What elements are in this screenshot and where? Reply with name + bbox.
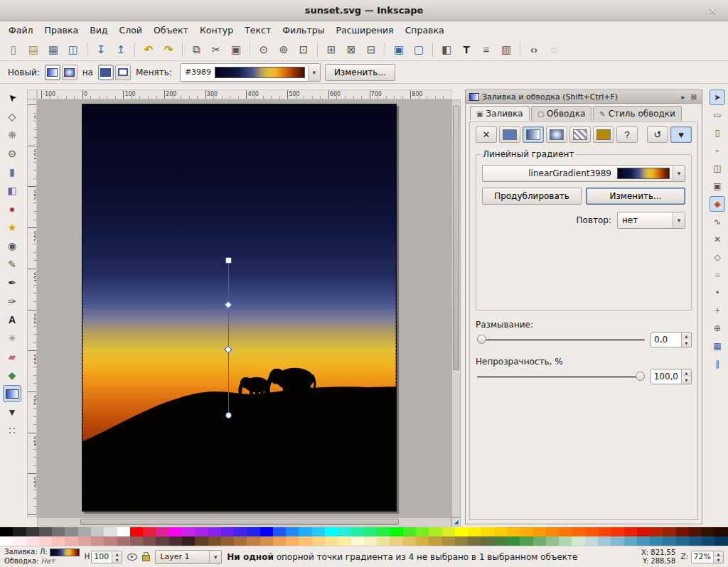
palette-swatch[interactable] — [117, 527, 130, 536]
zoom-selection-button[interactable]: ⊙ — [255, 40, 273, 59]
group-button[interactable]: ▣ — [390, 40, 408, 59]
zoom-page-button[interactable]: ⊡ — [294, 40, 313, 59]
tool-spray-button[interactable]: ✳ — [3, 330, 21, 347]
palette-swatch[interactable] — [650, 536, 663, 546]
new-document-button[interactable]: ▯ — [4, 40, 23, 59]
page-sunset-drawing[interactable] — [82, 104, 397, 512]
align-dialog-button[interactable]: ≡ — [477, 40, 496, 59]
copy-button[interactable]: ⧉ — [187, 40, 205, 59]
palette-swatch[interactable] — [546, 527, 559, 536]
layer-combo[interactable]: Layer 1 ▾ — [155, 550, 222, 564]
paint-unknown-button[interactable]: ? — [616, 126, 638, 143]
palette-swatch[interactable] — [494, 527, 507, 536]
gradient-combo[interactable]: linearGradient3989 ▾ — [482, 165, 685, 182]
snap-paths-button[interactable]: ∿ — [710, 214, 725, 230]
spin-up-icon[interactable]: ▲ — [714, 551, 723, 557]
duplicate-gradient-button[interactable]: Продублировать — [482, 188, 582, 205]
palette-swatch[interactable] — [364, 527, 377, 536]
palette-swatch[interactable] — [156, 527, 168, 536]
palette-swatch[interactable] — [714, 536, 727, 546]
palette-swatch[interactable] — [39, 536, 52, 546]
snap-bbox-edges-button[interactable]: ▯ — [710, 125, 725, 141]
blur-slider[interactable] — [476, 333, 646, 347]
spin-up-icon[interactable]: ▲ — [682, 333, 691, 340]
palette-swatch[interactable] — [689, 536, 702, 546]
palette-swatch[interactable] — [559, 536, 572, 546]
palette-swatch[interactable] — [312, 527, 325, 536]
palette-swatch[interactable] — [714, 527, 727, 536]
duplicate-button[interactable]: ⊞ — [322, 40, 341, 59]
unlink-clone-button[interactable]: ⊟ — [362, 40, 380, 59]
palette-swatch[interactable] — [624, 527, 637, 536]
import-button[interactable]: ↧ — [92, 40, 110, 59]
blur-spinbox[interactable]: 0,0 ▲ ▼ — [651, 332, 692, 347]
tool-pencil-button[interactable]: ✎ — [3, 256, 21, 273]
palette-swatch[interactable] — [689, 527, 702, 536]
menu-extensions[interactable]: Расширения — [331, 22, 400, 38]
fill-rule-nonzero-button[interactable]: ♥ — [670, 126, 692, 143]
palette-swatch[interactable] — [91, 527, 104, 536]
tab-stroke[interactable]: ▢Обводка — [531, 106, 592, 121]
palette-swatch[interactable] — [299, 527, 311, 536]
zoom-spinbox[interactable]: 72% ▲ ▼ — [691, 551, 724, 563]
palette-swatch[interactable] — [377, 527, 390, 536]
palette-swatch[interactable] — [156, 536, 168, 546]
palette-swatch[interactable] — [403, 527, 416, 536]
palette-swatch[interactable] — [598, 527, 611, 536]
palette-swatch[interactable] — [637, 536, 650, 546]
horizontal-ruler[interactable]: -1000100200300400500600700800 — [37, 90, 451, 99]
cut-button[interactable]: ✂ — [207, 40, 225, 59]
palette-swatch[interactable] — [520, 536, 532, 546]
create-clone-button[interactable]: ⊠ — [342, 40, 360, 59]
paint-flat-button[interactable] — [499, 126, 520, 143]
palette-swatch[interactable] — [78, 536, 91, 546]
tool-dropper-button[interactable]: ▼ — [3, 404, 21, 421]
palette-swatch[interactable] — [208, 536, 221, 546]
gradient-select-combo[interactable]: #3989 ▾ — [180, 63, 321, 82]
palette-swatch[interactable] — [663, 527, 675, 536]
palette-swatch[interactable] — [208, 527, 221, 536]
layer-lock-icon[interactable] — [142, 555, 150, 561]
sticky-zoom-button[interactable]: ◢ — [451, 517, 461, 526]
paste-button[interactable]: ▣ — [227, 40, 245, 59]
spin-down-icon[interactable]: ▼ — [682, 340, 691, 347]
palette-swatch[interactable] — [52, 536, 65, 546]
vertical-scrollbar-thumb[interactable] — [453, 106, 459, 370]
palette-swatch[interactable] — [91, 536, 104, 546]
palette-swatch[interactable] — [299, 536, 311, 546]
snap-bbox-centers-button[interactable]: ▣ — [710, 178, 725, 194]
palette-swatch[interactable] — [520, 527, 532, 536]
palette-swatch[interactable] — [559, 527, 572, 536]
paint-swatch-button[interactable] — [593, 126, 614, 143]
menu-view[interactable]: Вид — [84, 22, 113, 38]
palette-swatch[interactable] — [39, 527, 52, 536]
tool-tweak-button[interactable]: ❋ — [3, 126, 21, 144]
window-close-button[interactable]: ✕ — [704, 5, 721, 16]
tool-spiral-button[interactable]: ◉ — [3, 237, 21, 254]
tool-gradient-button[interactable] — [3, 385, 21, 402]
edit-gradient-button[interactable]: Изменить... — [586, 188, 685, 205]
tool-paint-bucket-button[interactable]: ◆ — [3, 367, 21, 384]
fill-stroke-indicator[interactable]: Заливка: Л: Обводка: Нет — [4, 548, 80, 566]
palette-swatch[interactable] — [351, 536, 364, 546]
snap-enable-button[interactable]: ➤ — [710, 90, 725, 105]
palette-swatch[interactable] — [390, 536, 402, 546]
palette-swatch[interactable] — [104, 527, 117, 536]
palette-swatch[interactable] — [377, 536, 390, 546]
palette-swatch[interactable] — [390, 527, 402, 536]
snap-grid-button[interactable]: ▦ — [710, 338, 725, 354]
palette-swatch[interactable] — [104, 536, 117, 546]
palette-swatch[interactable] — [546, 536, 559, 546]
palette-swatch[interactable] — [676, 527, 689, 536]
palette-swatch[interactable] — [117, 536, 130, 546]
opacity-slider-thumb[interactable] — [636, 372, 645, 381]
palette-swatch[interactable] — [247, 536, 259, 546]
palette-swatch[interactable] — [598, 536, 611, 546]
paint-radial-gradient-button[interactable] — [546, 126, 567, 143]
palette-swatch[interactable] — [169, 536, 182, 546]
tab-stroke-style[interactable]: ✎Стиль обводки — [593, 106, 682, 121]
tool-3dbox-button[interactable]: ◧ — [3, 182, 21, 199]
tool-star-button[interactable]: ★ — [3, 219, 21, 236]
palette-swatch[interactable] — [364, 536, 377, 546]
vertical-scrollbar[interactable] — [451, 99, 461, 517]
